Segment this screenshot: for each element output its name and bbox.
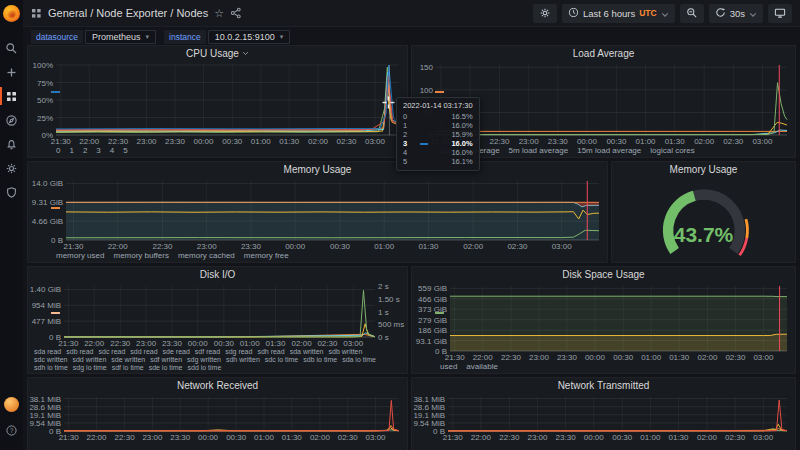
legend-series-label: sdf io time xyxy=(112,364,144,371)
panel-title[interactable]: Memory Usage xyxy=(28,162,607,177)
legend-item[interactable]: sdh read xyxy=(257,348,284,355)
dashboard-settings-button[interactable] xyxy=(533,4,557,23)
legend-item[interactable]: sdg io time xyxy=(73,364,107,371)
svg-text:28.6 MiB: 28.6 MiB xyxy=(413,403,445,412)
svg-text:22:30: 22:30 xyxy=(152,242,173,251)
sidebar-item-search[interactable] xyxy=(0,36,23,60)
panel-title[interactable]: Network Transmitted xyxy=(412,378,795,393)
legend-item[interactable]: sdd written xyxy=(72,356,106,363)
svg-text:22:00: 22:00 xyxy=(79,137,100,146)
legend-item[interactable]: available xyxy=(466,362,498,371)
legend-item[interactable]: memory buffers xyxy=(113,251,168,260)
time-picker-button[interactable]: Last 6 hours UTC xyxy=(562,4,675,23)
network-transmitted-chart[interactable]: 21:3022:0022:3023:0023:3000:0000:3001:00… xyxy=(412,393,795,442)
memory-usage-chart[interactable]: 21:3022:0022:3023:0023:3000:0000:3001:00… xyxy=(28,177,607,251)
svg-text:22:00: 22:00 xyxy=(84,339,105,348)
legend-item[interactable]: sdf read xyxy=(195,348,220,355)
panel-title[interactable]: Memory Usage xyxy=(612,162,795,177)
svg-text:00:30: 00:30 xyxy=(606,137,627,146)
legend-item[interactable]: 3 xyxy=(96,146,100,155)
legend-item[interactable]: sdd io time xyxy=(187,364,221,371)
legend-item[interactable]: sdd read xyxy=(130,348,157,355)
legend-item[interactable]: memory used xyxy=(56,251,104,260)
panel-title[interactable]: Disk Space Usage xyxy=(412,267,795,282)
grafana-logo-icon[interactable] xyxy=(3,5,20,22)
legend-item[interactable]: sde written xyxy=(111,356,145,363)
legend-item[interactable]: sde read xyxy=(163,348,190,355)
breadcrumb[interactable]: General / Node Exporter / Nodes xyxy=(48,7,208,19)
svg-text:23:30: 23:30 xyxy=(165,137,186,146)
legend-item[interactable]: 2 xyxy=(83,146,87,155)
legend-item[interactable]: 1 xyxy=(69,146,73,155)
svg-text:02:00: 02:00 xyxy=(308,137,329,146)
legend-item[interactable]: sde io time xyxy=(149,364,183,371)
sidebar-item-dashboards[interactable] xyxy=(0,84,23,108)
legend-item[interactable]: sdc read xyxy=(99,348,126,355)
legend-item[interactable]: 4 xyxy=(110,146,114,155)
tooltip-row: 416.0% xyxy=(403,148,473,157)
datasource-variable-select[interactable]: Prometheus▾ xyxy=(85,30,156,44)
sidebar-item-help[interactable]: ? xyxy=(0,418,23,442)
legend-item[interactable]: 0 xyxy=(56,146,60,155)
legend-item[interactable]: 5 xyxy=(123,146,127,155)
legend-item[interactable]: memory free xyxy=(244,251,289,260)
panel-title[interactable]: Load Average xyxy=(412,46,795,61)
legend-item[interactable]: logical cores xyxy=(650,146,694,155)
star-icon[interactable]: ☆ xyxy=(214,7,224,20)
legend-series-label: sda io time xyxy=(342,356,376,363)
panel-title[interactable]: Network Received xyxy=(28,378,407,393)
legend-series-label: sdh io time xyxy=(34,364,68,371)
svg-text:93.1 GiB: 93.1 GiB xyxy=(416,337,447,346)
legend-item[interactable]: sdc written xyxy=(34,356,67,363)
disk-io-chart[interactable]: 21:3022:0022:3023:0023:3000:0000:3001:00… xyxy=(28,282,407,348)
legend-item[interactable]: 5m load average xyxy=(509,146,569,155)
panel-title[interactable]: CPU Usage xyxy=(28,46,407,61)
legend-item[interactable]: used xyxy=(440,362,457,371)
legend-item[interactable]: memory cached xyxy=(178,251,235,260)
legend-item[interactable]: sdc io time xyxy=(265,356,298,363)
legend-item[interactable]: sda io time xyxy=(342,356,376,363)
cpu-usage-chart[interactable]: 21:3022:0022:3023:0023:3000:0000:3001:00… xyxy=(28,61,407,146)
svg-text:0 B: 0 B xyxy=(435,347,447,356)
sidebar-item-server-admin[interactable] xyxy=(0,180,23,204)
legend-item[interactable]: sdb read xyxy=(66,348,93,355)
instance-variable-select[interactable]: 10.0.2.15:9100▾ xyxy=(208,30,291,44)
kiosk-mode-button[interactable] xyxy=(768,4,792,23)
legend-item[interactable]: sdg written xyxy=(187,356,221,363)
svg-text:01:30: 01:30 xyxy=(669,433,690,442)
sidebar-item-explore[interactable] xyxy=(0,108,23,132)
legend-item[interactable]: sdf io time xyxy=(112,364,144,371)
sidebar-item-alerting[interactable] xyxy=(0,132,23,156)
zoom-out-button[interactable] xyxy=(680,4,704,23)
user-avatar[interactable] xyxy=(4,397,19,412)
svg-text:02:30: 02:30 xyxy=(317,339,338,348)
network-received-chart[interactable]: 21:3022:0022:3023:0023:3000:0000:3001:00… xyxy=(28,393,407,442)
legend-item[interactable]: sdh written xyxy=(226,356,260,363)
sidebar-item-configuration[interactable] xyxy=(0,156,23,180)
refresh-button[interactable]: 30s xyxy=(709,4,763,23)
svg-text:954 MiB: 954 MiB xyxy=(32,301,61,310)
svg-text:02:00: 02:00 xyxy=(697,353,718,362)
svg-text:01:00: 01:00 xyxy=(251,137,272,146)
legend-item[interactable]: sdb written xyxy=(329,348,363,355)
svg-text:100%: 100% xyxy=(33,61,53,70)
svg-text:38.1 MiB: 38.1 MiB xyxy=(29,395,61,404)
bell-icon xyxy=(5,138,18,151)
search-icon xyxy=(5,42,18,55)
svg-text:477 MiB: 477 MiB xyxy=(32,317,61,326)
legend-item[interactable]: sda read xyxy=(34,348,61,355)
legend-item[interactable]: sdb io time xyxy=(303,356,337,363)
legend-item[interactable]: sdg read xyxy=(225,348,252,355)
legend-item[interactable]: sdf written xyxy=(150,356,182,363)
legend-item[interactable]: sda written xyxy=(290,348,324,355)
svg-text:01:00: 01:00 xyxy=(636,137,657,146)
legend-item[interactable]: 15m load average xyxy=(577,146,641,155)
legend-series-label: available xyxy=(466,362,498,371)
svg-text:22:30: 22:30 xyxy=(501,353,522,362)
panel-title[interactable]: Disk I/O xyxy=(28,267,407,282)
disk-space-chart[interactable]: 21:3022:0022:3023:0023:3000:0000:3001:00… xyxy=(412,282,795,362)
legend-item[interactable]: sdh io time xyxy=(34,364,68,371)
share-icon[interactable] xyxy=(230,7,242,19)
sidebar-item-create[interactable] xyxy=(0,60,23,84)
svg-text:186 GiB: 186 GiB xyxy=(418,326,447,335)
